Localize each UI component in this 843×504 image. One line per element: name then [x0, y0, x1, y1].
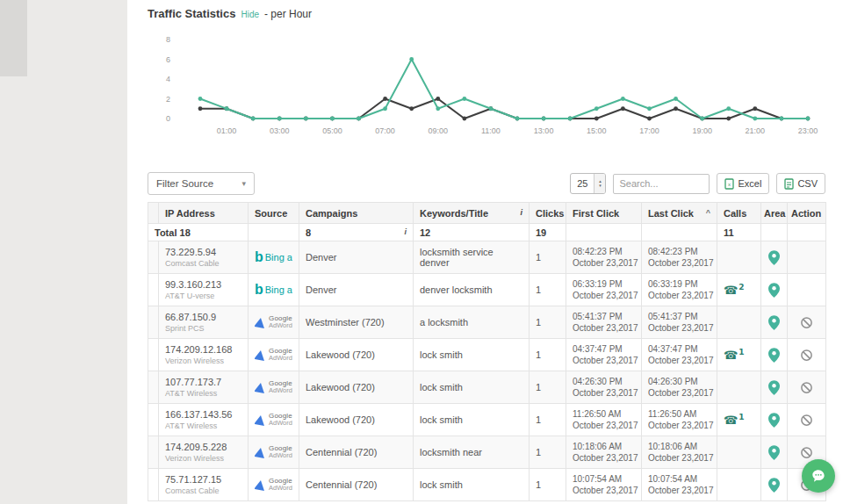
- last-click-cell: 05:41:37 PM October 23,2017: [642, 306, 717, 339]
- calls-cell: ☎: [717, 436, 761, 469]
- adwords-triangle-icon: [255, 382, 266, 393]
- map-pin-icon[interactable]: [768, 250, 780, 265]
- csv-button[interactable]: CSV: [776, 173, 825, 194]
- campaign-cell: Lakewood (720): [299, 404, 414, 436]
- col-source[interactable]: Source: [249, 203, 299, 224]
- block-icon[interactable]: [800, 316, 813, 329]
- svg-text:13:00: 13:00: [534, 126, 554, 135]
- ip-address: 174.209.12.168: [165, 344, 241, 355]
- svg-text:0: 0: [166, 114, 170, 123]
- adwords-triangle-icon: [255, 447, 266, 458]
- page-title: Traffic Statistics: [148, 7, 235, 20]
- col-calls[interactable]: Calls: [717, 203, 761, 224]
- block-icon[interactable]: [800, 381, 813, 394]
- svg-text:01:00: 01:00: [217, 126, 237, 135]
- info-icon: i: [404, 227, 407, 236]
- svg-text:19:00: 19:00: [692, 126, 712, 135]
- col-first-click[interactable]: First Click: [566, 203, 642, 224]
- excel-button[interactable]: x Excel: [717, 173, 769, 194]
- calls-cell: ☎1: [717, 339, 761, 371]
- sort-asc-icon: ^: [706, 208, 710, 217]
- col-clicks[interactable]: Clicks: [530, 203, 566, 224]
- svg-text:23:00: 23:00: [798, 126, 818, 135]
- col-action[interactable]: Action: [788, 203, 826, 224]
- table-row[interactable]: 66.87.150.9 Sprint PCS bBing ad GoogleAd…: [148, 306, 826, 339]
- svg-text:17:00: 17:00: [639, 126, 659, 135]
- last-click-cell: 04:37:47 PM October 23,2017: [642, 339, 717, 371]
- info-icon: i: [520, 208, 522, 217]
- phone-icon: ☎2: [724, 284, 744, 297]
- google-adwords-logo: GoogleAdWords: [255, 445, 292, 459]
- col-ip-address[interactable]: IP Address: [159, 203, 249, 224]
- hide-link[interactable]: Hide: [241, 10, 259, 19]
- expand-column-header: [148, 203, 159, 224]
- table-row[interactable]: 174.209.12.168 Verizon Wireless bBing ad…: [148, 339, 826, 371]
- traffic-chart-svg: 0246801:0003:0005:0007:0009:0011:0013:00…: [148, 30, 825, 142]
- table-row[interactable]: 107.77.173.7 AT&T Wireless bBing ad Goog…: [148, 371, 826, 404]
- col-area[interactable]: Area: [761, 203, 788, 224]
- isp-name: AT&T Wireless: [165, 389, 241, 398]
- page-size-select[interactable]: 25 ▴ ▾: [570, 173, 606, 194]
- first-click-cell: 08:42:23 PM October 23,2017: [566, 241, 642, 274]
- google-adwords-logo: GoogleAdWords: [255, 315, 292, 329]
- campaign-cell: Denver: [299, 241, 414, 274]
- clicks-cell: 1: [530, 469, 566, 501]
- map-pin-icon[interactable]: [768, 413, 780, 428]
- stepper-icon[interactable]: ▴ ▾: [594, 174, 605, 193]
- calls-cell: ☎: [717, 469, 761, 501]
- table-row[interactable]: 75.71.127.15 Comcast Cable bBing ad Goog…: [148, 469, 826, 501]
- table-body: Total 18 i8 12 19 11 73.229.5.94 Comcast…: [148, 224, 826, 501]
- map-pin-icon[interactable]: [768, 445, 780, 460]
- map-pin-icon[interactable]: [768, 478, 780, 493]
- col-campaigns[interactable]: Campaigns: [299, 203, 414, 224]
- block-icon[interactable]: [800, 446, 813, 459]
- totals-keywords: 12: [414, 224, 530, 241]
- totals-calls: 11: [717, 224, 761, 241]
- first-click-cell: 06:33:19 PM October 23,2017: [566, 274, 642, 306]
- clicks-cell: 1: [530, 241, 566, 274]
- first-click-cell: 10:18:06 AM October 23,2017: [566, 436, 642, 469]
- svg-text:11:00: 11:00: [481, 126, 501, 135]
- keyword-cell: lock smith: [414, 371, 530, 404]
- ip-address: 75.71.127.15: [165, 474, 241, 485]
- table-row[interactable]: 166.137.143.56 AT&T Wireless bBing ad Go…: [148, 404, 826, 436]
- chevron-down-icon: ▾: [241, 179, 246, 188]
- calls-cell: ☎: [717, 371, 761, 404]
- totals-label: Total 18: [148, 224, 249, 241]
- campaign-cell: Centennial (720): [299, 469, 414, 501]
- google-adwords-logo: GoogleAdWords: [255, 478, 292, 492]
- chat-widget-button[interactable]: [802, 459, 835, 493]
- campaign-cell: Centennial (720): [299, 436, 414, 469]
- campaign-cell: Denver: [299, 274, 414, 306]
- block-icon[interactable]: [800, 349, 813, 362]
- map-pin-icon[interactable]: [768, 315, 780, 330]
- toolbar-right: 25 ▴ ▾ x Excel CSV: [570, 173, 825, 194]
- excel-icon: x: [724, 178, 734, 190]
- google-adwords-logo: GoogleAdWords: [255, 348, 292, 362]
- map-pin-icon[interactable]: [768, 283, 780, 298]
- table-row[interactable]: 174.209.5.228 Verizon Wireless bBing ad …: [148, 436, 826, 469]
- calls-cell: ☎1: [717, 404, 761, 436]
- keyword-cell: lock smith: [414, 469, 530, 501]
- svg-text:6: 6: [166, 55, 170, 64]
- filter-source-dropdown[interactable]: Filter Source ▾: [148, 172, 255, 195]
- svg-text:2: 2: [166, 95, 170, 104]
- traffic-chart: 0246801:0003:0005:0007:0009:0011:0013:00…: [148, 30, 825, 142]
- page-size-value: 25: [571, 174, 594, 193]
- first-click-cell: 10:07:54 AM October 23,2017: [566, 469, 642, 501]
- sidebar-top-block: [0, 0, 27, 76]
- phone-icon: ☎1: [724, 349, 744, 362]
- stepper-down-icon[interactable]: ▾: [599, 184, 602, 188]
- bing-ads-logo: bBing ad: [255, 251, 292, 263]
- table-row[interactable]: 99.3.160.213 AT&T U-verse bBing ad Googl…: [148, 274, 826, 306]
- bing-b-icon: b: [255, 251, 263, 263]
- search-input[interactable]: [613, 174, 710, 194]
- col-keywords[interactable]: iKeywords/Title: [414, 203, 530, 224]
- col-last-click[interactable]: ^Last Click: [642, 203, 717, 224]
- page-subtitle: - per Hour: [264, 8, 312, 20]
- table-row[interactable]: 73.229.5.94 Comcast Cable bBing ad Googl…: [148, 241, 826, 274]
- map-pin-icon[interactable]: [768, 348, 780, 363]
- map-pin-icon[interactable]: [768, 380, 780, 395]
- block-icon[interactable]: [800, 414, 813, 427]
- last-click-cell: 08:42:23 PM October 23,2017: [642, 241, 717, 274]
